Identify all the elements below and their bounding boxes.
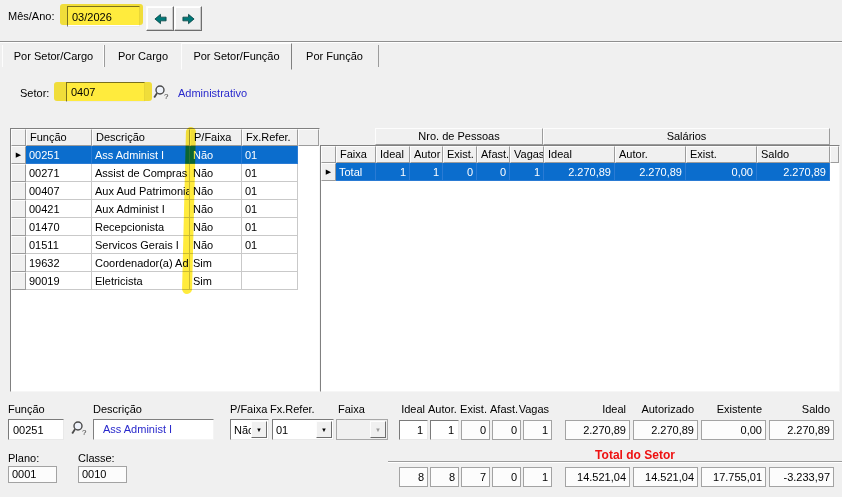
detail-pfaixa-combo[interactable]: Não ▼ [230, 419, 269, 440]
funcao-row[interactable]: 00271 Assist de Compras I Não 01 [11, 164, 319, 182]
column-header-exist-salario: Exist. [686, 146, 757, 163]
detail-exist-count-box: 0 [461, 420, 490, 440]
tab-por-cargo[interactable]: Por Cargo [103, 45, 183, 67]
cell-descricao: Ass Administ I [92, 146, 190, 164]
total-ideal-amount-box: 14.521,04 [565, 467, 630, 487]
row-indicator-cell [11, 236, 26, 254]
tab-por-funcao[interactable]: Por Função [290, 45, 379, 67]
row-indicator-cell [11, 200, 26, 218]
funcao-row[interactable]: 19632 Coordenador(a) Adm Sim [11, 254, 319, 272]
column-header-pfaixa: P/Faixa [190, 129, 242, 146]
cell-funcao: 00407 [26, 182, 92, 200]
header-filler-cell [298, 129, 319, 146]
dropdown-arrow-icon: ▼ [251, 421, 267, 438]
cell-pfaixa: Sim [190, 254, 242, 272]
detail-descricao-display: Ass Administ I [93, 419, 214, 440]
detail-existente-box: 0,00 [701, 420, 766, 440]
setor-name-text: Administrativo [178, 87, 247, 99]
next-month-button[interactable] [174, 6, 202, 31]
funcoes-grid: Função Descrição P/Faixa Fx.Refer. ▶ 002… [10, 128, 320, 392]
cell-fxrefer: 01 [242, 182, 298, 200]
column-header-saldo: Saldo [757, 146, 830, 163]
cell-pfaixa: Não [190, 164, 242, 182]
detail-autorizado-box: 2.270,89 [633, 420, 698, 440]
detail-ideal-count-input[interactable] [399, 420, 428, 440]
column-header-autor-pessoas: Autor [410, 146, 443, 163]
totais-grid-header: Faixa Ideal Autor Exist. Afast. Vagas Id… [321, 146, 839, 163]
totais-grid: Faixa Ideal Autor Exist. Afast. Vagas Id… [320, 145, 840, 392]
row-indicator-icon: ▶ [11, 146, 26, 164]
detail-saldo-label: Saldo [769, 403, 830, 415]
column-header-ideal-salario: Ideal [544, 146, 615, 163]
total-vagas-count-box: 1 [523, 467, 552, 487]
detail-funcao-label: Função [8, 403, 45, 415]
detail-autor-count-label: Autor. [428, 403, 456, 415]
cell-autor-salario: 2.270,89 [615, 163, 686, 181]
setor-label: Setor: [20, 87, 49, 99]
detail-descricao-label: Descrição [93, 403, 142, 415]
cell-descricao: Aux Administ I [92, 200, 190, 218]
total-exist-count-box: 7 [461, 467, 490, 487]
detail-fxrefer-label: Fx.Refer. [270, 403, 315, 415]
classe-label: Classe: [78, 452, 115, 464]
app-window: Mês/Ano: Por Setor/Cargo Por Cargo Por S… [0, 0, 842, 497]
cell-fxrefer [242, 272, 298, 290]
detail-saldo-box: 2.270,89 [769, 420, 834, 440]
cell-descricao: Eletricista [92, 272, 190, 290]
cell-funcao: 00271 [26, 164, 92, 182]
cell-descricao: Assist de Compras I [92, 164, 190, 182]
row-indicator-cell [11, 164, 26, 182]
tab-por-setor-funcao[interactable]: Por Setor/Função [181, 43, 292, 70]
previous-month-button[interactable] [146, 6, 174, 31]
cell-fxrefer: 01 [242, 200, 298, 218]
column-header-afast-pessoas: Afast. [477, 146, 510, 163]
column-header-fxrefer: Fx.Refer. [242, 129, 298, 146]
total-saldo-box: -3.233,97 [769, 467, 834, 487]
total-existente-box: 17.755,01 [701, 467, 766, 487]
total-autor-count-box: 8 [430, 467, 459, 487]
cell-saldo: 2.270,89 [757, 163, 830, 181]
cell-funcao: 00421 [26, 200, 92, 218]
funcao-row[interactable]: ▶ 00251 Ass Administ I Não 01 [11, 146, 319, 164]
cell-fxrefer: 01 [242, 164, 298, 182]
cell-pfaixa: Não [190, 200, 242, 218]
arrow-right-icon [181, 12, 196, 26]
funcao-row[interactable]: 90019 Eletricista Sim [11, 272, 319, 290]
detail-autor-count-input[interactable] [430, 420, 459, 440]
mes-ano-input[interactable] [67, 6, 140, 27]
row-indicator-cell [11, 218, 26, 236]
cell-funcao: 19632 [26, 254, 92, 272]
plano-label: Plano: [8, 452, 39, 464]
total-row[interactable]: ▶ Total 1 1 0 0 1 2.270,89 2.270,89 0,00… [321, 163, 839, 181]
cell-ideal-salario: 2.270,89 [544, 163, 615, 181]
tab-por-setor-cargo[interactable]: Por Setor/Cargo [2, 45, 105, 67]
cell-autor-pessoas: 1 [410, 163, 443, 181]
svg-text:?: ? [82, 428, 87, 437]
funcao-lookup-button[interactable]: ? [70, 420, 88, 438]
mes-ano-label: Mês/Ano: [8, 10, 54, 22]
detail-autorizado-label: Autorizado [633, 403, 694, 415]
cell-descricao: Servicos Gerais I [92, 236, 190, 254]
header-filler-cell [830, 146, 839, 163]
setor-lookup-button[interactable]: ? [152, 84, 170, 102]
cell-ideal-pessoas: 1 [376, 163, 410, 181]
detail-fxrefer-combo[interactable]: 01 ▼ [272, 419, 334, 440]
column-header-funcao: Função [26, 129, 92, 146]
funcao-row[interactable]: 01511 Servicos Gerais I Não 01 [11, 236, 319, 254]
cell-funcao: 90019 [26, 272, 92, 290]
toolbar-divider-light [0, 42, 842, 43]
dropdown-arrow-icon: ▼ [316, 421, 332, 438]
detail-existente-label: Existente [701, 403, 762, 415]
detail-funcao-input[interactable] [8, 419, 64, 440]
cell-vagas-pessoas: 1 [510, 163, 544, 181]
setor-input[interactable] [66, 82, 145, 102]
cell-exist-pessoas: 0 [443, 163, 477, 181]
funcao-row[interactable]: 01470 Recepcionista Não 01 [11, 218, 319, 236]
funcao-row[interactable]: 00421 Aux Administ I Não 01 [11, 200, 319, 218]
row-indicator-icon: ▶ [321, 163, 336, 181]
column-header-descricao: Descrição [92, 129, 190, 146]
funcao-row[interactable]: 00407 Aux Aud Patrimonial Não 01 [11, 182, 319, 200]
column-header-faixa: Faixa [336, 146, 376, 163]
group-header-salarios: Salários [543, 128, 830, 145]
cell-funcao: 01511 [26, 236, 92, 254]
